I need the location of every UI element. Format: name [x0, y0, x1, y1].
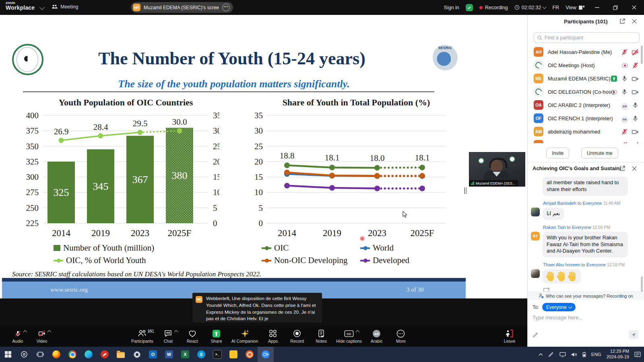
tray-expand-icon[interactable] — [539, 353, 543, 356]
toolbar-chat-button[interactable]: Chat — [159, 329, 178, 343]
toolbar-participants-button[interactable]: 101Participants — [131, 329, 153, 343]
security-shield-icon[interactable] — [466, 4, 473, 11]
toolbar-notes-button[interactable]: Notes — [312, 329, 330, 343]
toolbar-react-button[interactable]: React — [183, 329, 202, 343]
battery-icon[interactable] — [582, 352, 586, 357]
keyboard-language[interactable]: ENG — [591, 352, 601, 357]
send-button[interactable] — [629, 330, 638, 339]
minimize-button[interactable] — [591, 0, 603, 15]
sender-name[interactable]: Thaer Abu hoseen — [543, 262, 580, 267]
toolbar-video-button[interactable]: Video — [33, 329, 51, 343]
pen-icon[interactable] — [548, 352, 554, 357]
svg-text:26.9: 26.9 — [54, 127, 69, 136]
toolbar-label: React — [187, 339, 198, 343]
meeting-timer[interactable]: 02:02:32 — [514, 5, 546, 10]
record-icon — [293, 329, 301, 338]
chevron-up-icon[interactable] — [23, 330, 27, 334]
volume-icon[interactable] — [571, 352, 577, 357]
participant-row[interactable]: MEMuzamil EDEMA (SESRIC) — [528, 72, 644, 85]
chevron-down-icon — [543, 5, 547, 9]
participant-row[interactable]: OIC DELEGATION (Co-host) — [528, 85, 644, 99]
taskbar-settings-icon[interactable] — [129, 347, 145, 362]
participant-row[interactable]: A — [528, 138, 644, 143]
recipient-name[interactable]: Everyone — [572, 225, 591, 230]
wall-logo — [509, 156, 515, 162]
toolbar-label: Leave — [504, 339, 516, 343]
view-button[interactable]: View — [566, 5, 584, 10]
recipient-name[interactable]: Everyone — [586, 262, 606, 267]
toolbar-audio-button[interactable]: Audio — [8, 329, 27, 343]
taskbar-excel-icon[interactable]: X — [177, 347, 193, 362]
chevron-up-icon[interactable] — [47, 330, 52, 334]
toolbar-captions-button[interactable]: CCHide captions — [336, 329, 362, 343]
restore-button[interactable] — [609, 0, 621, 15]
more-options-icon[interactable]: ••• — [222, 4, 230, 11]
format-pen-icon[interactable] — [533, 332, 539, 338]
sender-name[interactable]: Amjad Baniodeh — [543, 201, 576, 206]
popout-icon[interactable] — [619, 18, 625, 25]
avatar: RT — [531, 232, 540, 241]
cam-off-icon — [632, 142, 639, 144]
sender-name[interactable]: Rakan Tairi — [543, 225, 566, 230]
video-icon — [38, 329, 45, 338]
tab-meeting[interactable]: Meeting — [52, 4, 78, 10]
resize-handle[interactable] — [464, 187, 468, 194]
participant-row[interactable]: AHAdel Hassan-Palestine (Me) — [528, 45, 644, 59]
invite-button[interactable]: Invite — [546, 148, 569, 158]
taskbar-taskview-button[interactable] — [32, 347, 48, 362]
slide-title: The Number of Youth (15-24 years) — [38, 48, 425, 69]
toolbar-share-button[interactable]: Share — [207, 329, 226, 343]
taskbar-outlook-icon[interactable]: O — [145, 347, 161, 362]
unmute-me-button[interactable]: Unmute me — [581, 148, 618, 158]
toolbar-label: More — [396, 339, 406, 343]
recipient-selector[interactable]: Everyone — [542, 303, 576, 311]
close-icon[interactable] — [631, 18, 638, 25]
taskbar-appgallery-icon[interactable] — [242, 347, 258, 362]
taskbar-start-button[interactable] — [0, 347, 16, 362]
close-icon[interactable] — [631, 165, 638, 172]
taskbar-edge-icon[interactable] — [80, 347, 97, 362]
taskbar-explorer-icon[interactable] — [113, 347, 129, 362]
participant-row[interactable]: OIC Meetings (Host) — [528, 59, 644, 72]
taskbar-redapp-icon[interactable] — [97, 347, 113, 362]
action-center-icon[interactable] — [634, 352, 641, 357]
caption-overlay[interactable]: ME Webberteft, Une disposition de cette … — [192, 293, 322, 323]
taskbar-notesapp-icon[interactable] — [225, 347, 242, 362]
interpretation-language[interactable]: FR — [552, 5, 559, 10]
tray-clock[interactable]: 12:29 PM2024-09-19 — [607, 349, 629, 360]
participant-row[interactable]: OFOIC FRENCH 1 (Interpreter)FR — [528, 112, 644, 125]
chevron-up-icon[interactable] — [174, 330, 178, 334]
mic-off-icon — [621, 142, 628, 143]
mic-on-icon — [621, 75, 628, 84]
recipient-name[interactable]: Everyone — [583, 201, 602, 206]
display-icon[interactable] — [559, 352, 566, 357]
taskbar-word-icon[interactable]: W — [161, 347, 177, 362]
chevron-down-icon[interactable] — [39, 5, 45, 10]
sign-in-link[interactable]: Sign in — [444, 5, 459, 10]
participants-scrollbar[interactable] — [641, 45, 643, 64]
close-button[interactable] — [628, 0, 640, 15]
taskbar-search-button[interactable] — [16, 347, 32, 362]
toolbar-more-button[interactable]: More — [392, 329, 410, 343]
popout-icon[interactable] — [619, 165, 625, 172]
toolbar-arabic-button[interactable]: ARArabic — [367, 329, 386, 343]
taskbar-chrome-icon[interactable] — [64, 347, 80, 362]
speaker-video-thumbnail[interactable]: Muzamil EDEMA (SES... — [469, 152, 525, 187]
chat-message: all member state raised hand to share th… — [531, 177, 640, 196]
recording-indicator[interactable]: Recording — [479, 5, 508, 10]
screen-share-pill[interactable]: ME Muzamil EDEMA (SESRIC)'s scree ••• — [131, 2, 233, 13]
taskbar-firefox-icon[interactable] — [48, 347, 64, 362]
participant-search-input[interactable]: Find a participant — [534, 32, 640, 43]
toolbar-ai-button[interactable]: AI Companion — [231, 329, 258, 343]
taskbar-zoom-icon[interactable] — [258, 347, 274, 362]
toolbar-leave-button[interactable]: Leave — [500, 329, 519, 343]
toolbar-record-button[interactable]: Record — [288, 329, 306, 343]
chat-privacy-notice[interactable]: Who can see your messages? Recording on — [528, 292, 644, 300]
toolbar-apps-button[interactable]: Apps — [264, 329, 282, 343]
chevron-up-icon[interactable] — [356, 330, 360, 334]
taskbar-terminal-icon[interactable]: >_ — [209, 347, 225, 362]
participant-row[interactable]: OAOIC ARABIC 2 (Interpreter)AR — [528, 99, 644, 112]
participant-row[interactable]: AMabdelrazig mohammed — [528, 125, 644, 138]
taskbar-skype-icon[interactable]: S — [193, 347, 209, 362]
chat-message-input[interactable] — [532, 314, 638, 321]
